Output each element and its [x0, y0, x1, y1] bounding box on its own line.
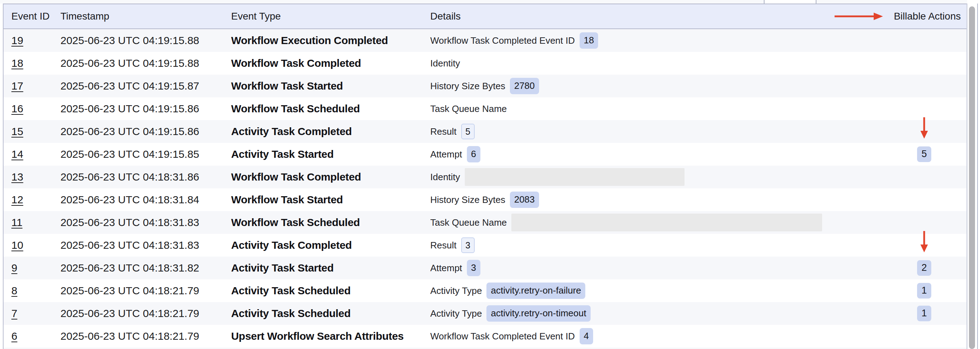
detail-label: Activity Type	[430, 308, 482, 319]
timestamp-cell: 2025-06-23 UTC 04:18:31.84	[60, 188, 231, 211]
table-row[interactable]: 14 2025-06-23 UTC 04:19:15.85 Activity T…	[3, 143, 966, 166]
annotation-arrow-down-icon	[920, 231, 928, 252]
event-id-link[interactable]: 18	[11, 57, 23, 69]
cutoff-toolbar-strip	[0, 0, 967, 3]
header-event-type: Event Type	[231, 4, 430, 29]
event-type-cell: Upsert Workflow Search Attributes	[231, 325, 430, 347]
detail-value-badge: activity.retry-on-timeout	[487, 305, 590, 321]
event-type-cell: Workflow Task Started	[231, 188, 430, 211]
billable-cell	[889, 188, 966, 211]
table-row[interactable]: 8 2025-06-23 UTC 04:18:21.79 Activity Ta…	[3, 279, 966, 302]
detail-label: Result	[430, 240, 457, 251]
header-timestamp: Timestamp	[60, 4, 231, 29]
event-type-cell: Activity Task Scheduled	[231, 302, 430, 325]
table-row[interactable]: 9 2025-06-23 UTC 04:18:31.82 Activity Ta…	[3, 257, 966, 279]
table-row[interactable]: 12 2025-06-23 UTC 04:18:31.84 Workflow T…	[3, 188, 966, 211]
detail-value-badge: 6	[467, 146, 480, 162]
event-id-link[interactable]: 7	[11, 308, 18, 319]
timestamp-cell: 2025-06-23 UTC 04:19:15.88	[60, 52, 231, 75]
event-id-link[interactable]: 11	[11, 216, 22, 228]
event-id-link[interactable]: 15	[11, 125, 23, 138]
header-event-id: Event ID	[3, 4, 60, 29]
panel-right-border	[977, 3, 978, 349]
detail-value-badge: 18	[580, 32, 598, 48]
table-row[interactable]: 19 2025-06-23 UTC 04:19:15.88 Workflow E…	[3, 29, 966, 52]
table-row[interactable]: 10 2025-06-23 UTC 04:18:31.83 Activity T…	[3, 234, 966, 257]
table-row[interactable]: 18 2025-06-23 UTC 04:19:15.88 Workflow T…	[3, 52, 966, 75]
table-row[interactable]: 15 2025-06-23 UTC 04:19:15.86 Activity T…	[3, 120, 966, 143]
event-id-link[interactable]: 9	[11, 262, 18, 274]
detail-cell: History Size Bytes 2780	[430, 75, 889, 97]
event-id-link[interactable]: 10	[11, 239, 23, 251]
table-row[interactable]: 13 2025-06-23 UTC 04:18:31.86 Workflow T…	[3, 166, 966, 188]
detail-label: Workflow Task Completed Event ID	[430, 35, 575, 46]
detail-value-badge: 2083	[510, 192, 539, 208]
billable-cell	[889, 211, 966, 234]
detail-cell: Task Queue Name	[430, 211, 889, 234]
event-id-link[interactable]: 19	[11, 35, 23, 46]
billable-cell	[889, 52, 966, 75]
timestamp-cell: 2025-06-23 UTC 04:18:21.79	[60, 279, 231, 302]
event-type-cell: Activity Task Completed	[231, 234, 430, 257]
detail-label: Activity Type	[430, 286, 482, 297]
scrollbar-thumb[interactable]	[969, 6, 975, 349]
detail-cell: Workflow Task Completed Event ID 18	[430, 29, 889, 52]
vertical-scrollbar[interactable]	[967, 3, 977, 349]
event-id-link[interactable]: 12	[11, 194, 23, 206]
event-id-link[interactable]: 8	[11, 285, 18, 297]
event-id-link[interactable]: 6	[11, 330, 18, 342]
header-billable-actions: Billable Actions	[889, 4, 966, 29]
detail-value-badge: 2780	[510, 78, 539, 94]
detail-cell: Attempt 6	[430, 143, 889, 166]
detail-label: Identity	[430, 172, 460, 183]
billable-cell	[889, 120, 966, 143]
detail-cell: Identity	[430, 52, 889, 75]
detail-cell: Identity	[430, 166, 889, 188]
detail-value-badge: 4	[580, 328, 593, 344]
detail-label: Workflow Task Completed Event ID	[430, 331, 575, 342]
event-history-table-page: { "annotations": { "arrow_color": "#e243…	[0, 0, 980, 349]
detail-label: Result	[430, 126, 457, 137]
timestamp-cell: 2025-06-23 UTC 04:19:15.85	[60, 143, 231, 166]
table-row[interactable]: 6 2025-06-23 UTC 04:18:21.79 Upsert Work…	[3, 325, 966, 347]
billable-cell	[889, 166, 966, 188]
table-row[interactable]: 7 2025-06-23 UTC 04:18:21.79 Activity Ta…	[3, 302, 966, 325]
table-row[interactable]: 11 2025-06-23 UTC 04:18:31.83 Workflow T…	[3, 211, 966, 234]
table-row[interactable]: 16 2025-06-23 UTC 04:19:15.86 Workflow T…	[3, 97, 966, 120]
detail-cell: Task Queue Name	[430, 97, 889, 120]
timestamp-cell: 2025-06-23 UTC 04:19:15.86	[60, 97, 231, 120]
detail-label: History Size Bytes	[430, 81, 505, 92]
timestamp-cell: 2025-06-23 UTC 04:18:31.86	[60, 166, 231, 188]
billable-actions-badge: 1	[917, 306, 931, 321]
timestamp-cell: 2025-06-23 UTC 04:18:31.83	[60, 234, 231, 257]
cutoff-toolbar-button-bottom	[764, 0, 816, 3]
event-history-table: Event ID Timestamp Event Type Details Bi…	[3, 3, 967, 349]
partial-next-row	[3, 347, 966, 349]
event-id-link[interactable]: 13	[11, 171, 23, 183]
detail-value-badge: 3	[467, 260, 480, 276]
event-id-link[interactable]: 16	[11, 103, 23, 115]
detail-label: Attempt	[430, 149, 462, 160]
billable-cell: 2	[889, 257, 966, 279]
billable-actions-badge: 5	[917, 146, 931, 162]
detail-cell: Activity Type activity.retry-on-failure	[430, 279, 889, 302]
event-type-cell: Workflow Task Started	[231, 75, 430, 97]
detail-label: Attempt	[430, 263, 462, 274]
billable-cell	[889, 325, 966, 347]
header-details: Details	[430, 4, 889, 29]
detail-cell: Workflow Task Completed Event ID 4	[430, 325, 889, 347]
detail-cell: Activity Type activity.retry-on-timeout	[430, 302, 889, 325]
event-id-link[interactable]: 17	[11, 80, 23, 92]
billable-cell	[889, 29, 966, 52]
event-id-link[interactable]: 14	[11, 148, 23, 160]
billable-cell	[889, 75, 966, 97]
event-type-cell: Activity Task Scheduled	[231, 279, 430, 302]
detail-value-badge: activity.retry-on-failure	[487, 282, 585, 298]
event-type-cell: Workflow Task Scheduled	[231, 97, 430, 120]
event-type-cell: Workflow Execution Completed	[231, 29, 430, 52]
event-type-cell: Workflow Task Scheduled	[231, 211, 430, 234]
header-billable-actions-label: Billable Actions	[894, 11, 961, 22]
redacted-value-block	[511, 214, 822, 232]
detail-label: History Size Bytes	[430, 194, 505, 205]
table-row[interactable]: 17 2025-06-23 UTC 04:19:15.87 Workflow T…	[3, 75, 966, 97]
